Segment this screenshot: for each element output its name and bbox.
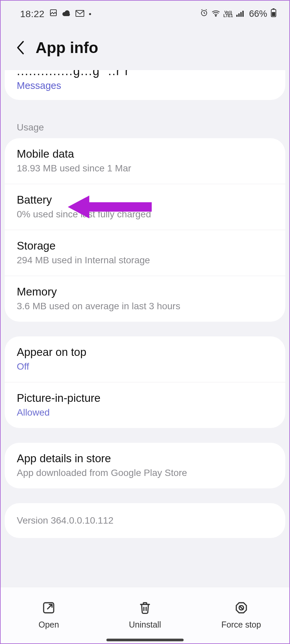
bottom-action-bar: Open Uninstall Force stop — [1, 587, 289, 643]
status-time: 18:22 — [20, 9, 45, 19]
cloud-icon — [62, 9, 71, 19]
open-button[interactable]: Open — [1, 601, 96, 630]
store-card: App details in store App downloaded from… — [5, 443, 285, 488]
version-card: Version 364.0.0.10.112 — [5, 503, 285, 538]
truncated-title: ..............g...g ..r r — [5, 70, 285, 78]
wifi-icon — [211, 9, 220, 19]
appear-on-top-value: Off — [17, 361, 273, 372]
scroll-content[interactable]: ..............g...g ..r r Messages Usage… — [1, 70, 289, 538]
storage-sub: 294 MB used in Internal storage — [17, 255, 273, 266]
open-label: Open — [39, 620, 59, 630]
mobile-data-sub: 18.93 MB used since 1 Mar — [17, 163, 273, 174]
store-sub: App downloaded from Google Play Store — [17, 468, 273, 478]
pip-title: Picture-in-picture — [17, 392, 273, 405]
status-right: Vo))LTE1 66% — [200, 8, 277, 20]
store-row[interactable]: App details in store App downloaded from… — [5, 443, 285, 488]
stop-icon — [235, 601, 248, 616]
battery-title: Battery — [17, 194, 273, 206]
uninstall-label: Uninstall — [129, 620, 161, 630]
svg-rect-4 — [236, 15, 238, 17]
volte-indicator: Vo))LTE1 — [224, 11, 233, 17]
battery-row[interactable]: Battery 0% used since last fully charged — [5, 184, 285, 230]
gmail-icon — [76, 9, 84, 19]
appear-on-top-row[interactable]: Appear on top Off — [5, 336, 285, 382]
memory-title: Memory — [17, 285, 273, 298]
back-button[interactable] — [14, 41, 28, 54]
svg-rect-5 — [238, 13, 240, 17]
storage-row[interactable]: Storage 294 MB used in Internal storage — [5, 230, 285, 276]
more-notifications-dot: • — [89, 10, 92, 18]
force-stop-label: Force stop — [222, 620, 261, 630]
default-messaging-value: Messages — [17, 80, 273, 91]
version-text: Version 364.0.0.10.112 — [17, 515, 273, 526]
gallery-icon — [49, 9, 57, 19]
svg-rect-10 — [272, 12, 275, 16]
page-header: App info — [1, 23, 289, 70]
status-bar: 18:22 • Vo))LTE1 66% — [1, 1, 289, 23]
trash-icon — [138, 601, 152, 616]
store-title: App details in store — [17, 452, 273, 465]
memory-row[interactable]: Memory 3.6 MB used on average in last 3 … — [5, 276, 285, 322]
battery-icon — [271, 8, 277, 20]
usage-section-header: Usage — [5, 115, 285, 138]
mobile-data-title: Mobile data — [17, 148, 273, 160]
svg-rect-9 — [273, 8, 275, 9]
advanced-card: Appear on top Off Picture-in-picture All… — [5, 336, 285, 428]
svg-rect-7 — [242, 11, 244, 17]
home-indicator[interactable] — [106, 639, 184, 641]
messaging-app-card[interactable]: ..............g...g ..r r Messages — [5, 70, 285, 100]
svg-point-3 — [215, 15, 216, 16]
memory-sub: 3.6 MB used on average in last 3 hours — [17, 301, 273, 312]
signal-icon — [236, 9, 244, 19]
pip-row[interactable]: Picture-in-picture Allowed — [5, 382, 285, 428]
pip-value: Allowed — [17, 407, 273, 418]
svg-rect-6 — [240, 12, 242, 17]
open-icon — [42, 601, 55, 616]
appear-on-top-title: Appear on top — [17, 346, 273, 359]
status-left: 18:22 • — [20, 9, 91, 19]
storage-title: Storage — [17, 239, 273, 252]
alarm-icon — [200, 9, 208, 19]
usage-card: Mobile data 18.93 MB used since 1 Mar Ba… — [5, 138, 285, 322]
uninstall-button[interactable]: Uninstall — [97, 601, 193, 630]
battery-percent: 66% — [249, 9, 267, 19]
force-stop-button[interactable]: Force stop — [194, 601, 289, 630]
mobile-data-row[interactable]: Mobile data 18.93 MB used since 1 Mar — [5, 138, 285, 184]
battery-sub: 0% used since last fully charged — [17, 209, 273, 220]
page-title: App info — [36, 39, 98, 57]
